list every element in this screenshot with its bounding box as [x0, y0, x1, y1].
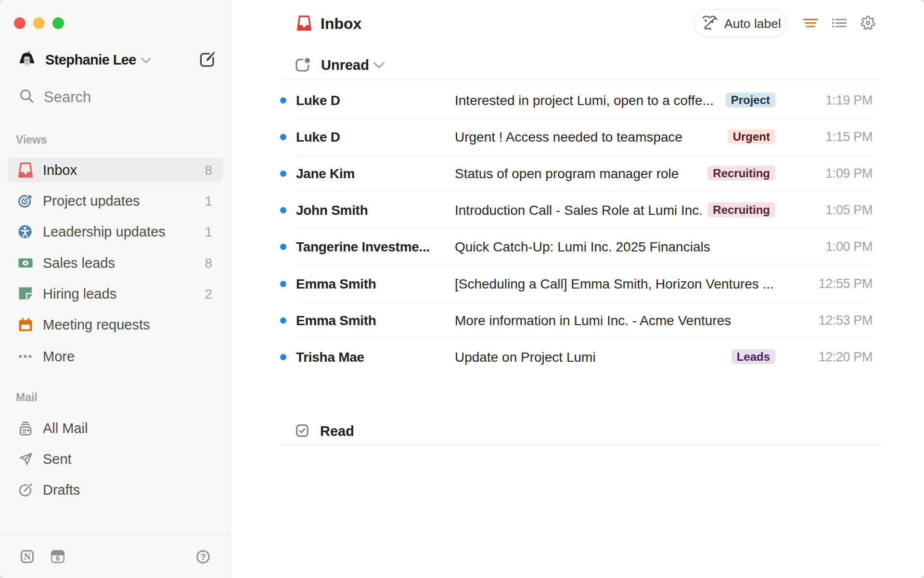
svg-text:?: ?: [201, 552, 206, 562]
svg-text:6: 6: [56, 554, 60, 562]
svg-text:N: N: [24, 552, 31, 562]
